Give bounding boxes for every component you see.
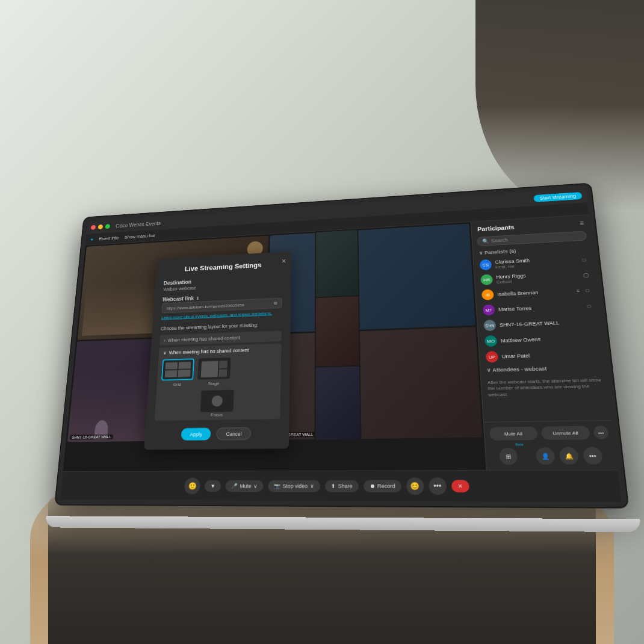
focus-avatar bbox=[211, 395, 223, 407]
mic-icon: □ bbox=[580, 256, 588, 263]
search-placeholder: Search bbox=[491, 237, 509, 243]
focus-layout-thumb[interactable] bbox=[200, 389, 234, 412]
stage-layout-thumb[interactable] bbox=[197, 358, 231, 380]
participant-name-matthew: Matthew Owens bbox=[500, 335, 596, 344]
participant-info-marise: Marise Torres bbox=[498, 303, 582, 312]
modal-action-buttons: Apply Cancel bbox=[153, 427, 280, 441]
stage-side-1 bbox=[219, 361, 228, 368]
webcast-link-url: https://www.ustream.tv/channel/23605958 bbox=[167, 302, 244, 310]
chevron-right-icon: › bbox=[164, 338, 166, 343]
layout-options: Grid bbox=[161, 351, 277, 389]
dropdown-icon: ∨ bbox=[253, 483, 258, 489]
dropdown-icon-2: ∨ bbox=[310, 483, 314, 489]
cancel-button[interactable]: Cancel bbox=[216, 427, 251, 440]
close-window-button[interactable] bbox=[91, 225, 96, 230]
live-streaming-modal: Live Streaming Settings × Destination We… bbox=[144, 252, 291, 450]
cam-icon-2: □ bbox=[583, 287, 592, 294]
panel-bottom-controls: Mute All Unmute All ••• ⊞ Beta 👤 bbox=[484, 420, 618, 470]
avatar-marise: MT bbox=[482, 305, 495, 316]
mute-button[interactable]: 🎤 Mute ∨ bbox=[225, 480, 263, 492]
record-button[interactable]: ⏺ Record bbox=[363, 480, 401, 492]
app-title: Cisco Webex Events bbox=[116, 220, 161, 228]
apply-button[interactable]: Apply bbox=[181, 428, 211, 441]
no-shared-content-accordion[interactable]: ∨ When meeting has no shared content bbox=[155, 344, 282, 421]
laptop-container: Cisco Webex Events Start streaming ● Eve… bbox=[36, 169, 608, 554]
participants-panel: Participants ≡ 🔍 Search ∨ Panelists (6) … bbox=[471, 215, 618, 470]
start-streaming-button[interactable]: Start streaming bbox=[533, 192, 582, 202]
reactions-button[interactable]: ▼ bbox=[205, 480, 221, 492]
share-button[interactable]: ⬆ Share bbox=[325, 480, 359, 492]
layout-option-focus[interactable]: Focus bbox=[159, 389, 276, 418]
participant-icons-marise: □ bbox=[585, 303, 593, 310]
participants-icon-button[interactable]: 👤 bbox=[535, 447, 555, 465]
bell-icon: 🔔 bbox=[565, 453, 573, 460]
grid-layout-thumb[interactable] bbox=[161, 359, 194, 381]
avatar-shn7: SHN bbox=[483, 320, 496, 331]
choose-layout-label: Choose the streaming layout for your mee… bbox=[161, 321, 282, 331]
record-icon: ⏺ bbox=[370, 483, 375, 489]
avatar-isabella: IB bbox=[481, 289, 494, 300]
more-options-button[interactable]: ••• bbox=[593, 426, 609, 439]
copy-icon[interactable]: ⧉ bbox=[274, 300, 277, 306]
apps-icon: ⊞ bbox=[506, 453, 511, 459]
laptop-base bbox=[45, 516, 642, 532]
small-video-1 bbox=[316, 230, 358, 297]
avatar-umar: UP bbox=[486, 351, 499, 363]
search-icon: 🔍 bbox=[482, 238, 489, 244]
avatar-button[interactable]: 🙂 bbox=[184, 477, 200, 494]
grid-cell-2 bbox=[179, 362, 191, 369]
participant-name-isabella: Isabella Brennan bbox=[497, 288, 571, 297]
video-cell-4: SHN7-16-GREAT WALL bbox=[265, 327, 483, 440]
grid-layout-preview bbox=[163, 359, 193, 379]
participant-icons-henry: ◯ bbox=[581, 271, 590, 278]
grid-label: Grid bbox=[161, 382, 194, 387]
modal-close-button[interactable]: × bbox=[282, 256, 286, 265]
video-cell-2 bbox=[268, 224, 475, 333]
share-icon: ⬆ bbox=[331, 483, 336, 489]
small-video-3 bbox=[315, 367, 360, 440]
panel-title: Participants bbox=[477, 224, 515, 232]
unmute-all-button[interactable]: Unmute All bbox=[540, 426, 590, 440]
mic-icon-2: ≡ bbox=[574, 287, 583, 294]
maximize-window-button[interactable] bbox=[105, 224, 110, 229]
panel-action-buttons: ⊞ Beta 👤 🔔 ••• bbox=[491, 444, 612, 465]
focus-label: Focus bbox=[159, 411, 276, 418]
person-icon: 👤 bbox=[541, 453, 550, 459]
grid-cell-4 bbox=[178, 370, 191, 377]
attendees-description: After the webcast starts, the attendee l… bbox=[488, 377, 603, 398]
emoji-reactions-button[interactable]: 😊 bbox=[406, 477, 424, 495]
layout-option-grid[interactable]: Grid bbox=[161, 359, 194, 387]
shared-content-accordion[interactable]: › When meeting has shared content bbox=[159, 330, 282, 345]
end-call-button[interactable]: ✕ bbox=[451, 480, 469, 492]
participant-icons-clarissa: □ bbox=[580, 256, 588, 263]
mute-controls: Mute All Unmute All ••• bbox=[489, 426, 609, 441]
minimize-window-button[interactable] bbox=[98, 224, 104, 229]
avatar-henry: HR bbox=[480, 274, 493, 285]
info-icon: ℹ bbox=[197, 296, 199, 301]
panel-more-button[interactable]: ≡ bbox=[579, 219, 584, 227]
stage-side-2 bbox=[218, 369, 227, 377]
webex-app: Cisco Webex Events Start streaming ● Eve… bbox=[60, 188, 622, 502]
chevron-down-icon: ∨ bbox=[163, 350, 167, 355]
layout-option-stage[interactable]: Stage bbox=[197, 358, 231, 386]
mute-all-button[interactable]: Mute All bbox=[489, 427, 538, 441]
participant-name-shn7: SHN7-16-GREAT WALL bbox=[500, 319, 595, 328]
stop-video-button[interactable]: 📷 Stop video ∨ bbox=[268, 480, 320, 492]
cam-icon: ◯ bbox=[581, 271, 590, 278]
main-content: SHN7-16-GREAT WALL SHN7-16-GREAT WALL ⊞ bbox=[63, 215, 618, 471]
participant-info-henry: Henry Riggs Cohost bbox=[496, 270, 579, 284]
window-controls bbox=[91, 224, 110, 230]
camera-icon: 📷 bbox=[274, 483, 280, 489]
participant-name-umar: Umar Patel bbox=[501, 351, 598, 359]
more-button[interactable]: ••• bbox=[429, 477, 447, 495]
menu-item-event-info[interactable]: Event Info bbox=[99, 235, 119, 241]
participant-info-umar: Umar Patel bbox=[501, 351, 598, 359]
reactions-icon: ▼ bbox=[210, 483, 215, 489]
participant-info-isabella: Isabella Brennan bbox=[497, 288, 571, 297]
notifications-button[interactable]: 🔔 bbox=[559, 447, 578, 465]
more-panel-button[interactable]: ••• bbox=[583, 447, 603, 464]
stage-layout-preview bbox=[199, 359, 230, 379]
participant-name-marise: Marise Torres bbox=[498, 303, 582, 312]
menu-item-show-menu-bar[interactable]: Show menu bar bbox=[124, 233, 155, 240]
participant-info-shn7: SHN7-16-GREAT WALL bbox=[500, 319, 595, 328]
